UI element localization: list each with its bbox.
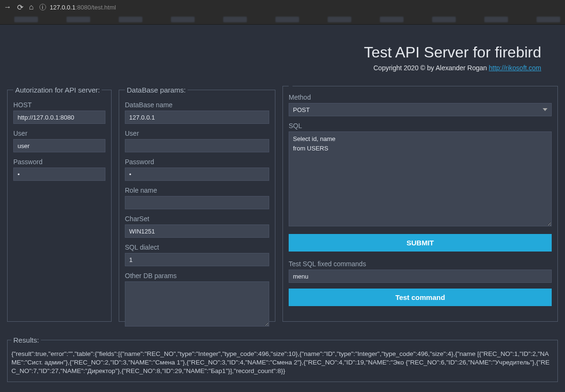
db-password-input[interactable] <box>125 168 269 181</box>
host-label: HOST <box>13 101 105 109</box>
db-charset-label: CharSet <box>125 215 269 223</box>
bookmark-bar <box>0 14 565 25</box>
auth-user-input[interactable] <box>13 139 105 152</box>
auth-legend: Autorization for API server: <box>13 86 102 94</box>
browser-toolbar: → ⟳ ⌂ i 127.0.0.1:8080/test.html <box>0 0 565 14</box>
auth-password-input[interactable] <box>13 168 105 181</box>
fixed-cmd-label: Test SQL fixed commands <box>289 260 552 268</box>
bookmark-item[interactable] <box>66 17 90 22</box>
page-title: Test API Server for firebird <box>5 44 541 61</box>
db-charset-input[interactable] <box>125 224 269 238</box>
home-icon[interactable]: ⌂ <box>29 3 34 11</box>
bookmark-item[interactable] <box>537 17 560 22</box>
auth-panel: Autorization for API server: HOST User P… <box>7 86 112 322</box>
bookmark-item[interactable] <box>14 17 38 22</box>
results-section: Results: {"result":true,"error":"","tabl… <box>5 336 560 382</box>
results-legend: Results: <box>11 336 41 344</box>
bookmark-item[interactable] <box>223 17 247 22</box>
sql-textarea[interactable]: Select id, name from USERS <box>289 131 552 226</box>
page-subtitle: Copyright 2020 © by Alexander Rogan http… <box>5 64 541 72</box>
submit-button[interactable]: SUBMIT <box>289 234 552 252</box>
bookmark-item[interactable] <box>380 17 404 22</box>
results-text: {"result":true,"error":"","table":{"fiel… <box>11 350 554 376</box>
bookmark-item[interactable] <box>328 17 351 22</box>
bookmark-item[interactable] <box>275 17 299 22</box>
db-user-label: User <box>125 130 269 137</box>
bookmark-item[interactable] <box>119 17 142 22</box>
bookmark-item[interactable] <box>484 17 508 22</box>
db-dialect-input[interactable] <box>125 253 269 266</box>
db-dialect-label: SQL dialect <box>125 243 269 251</box>
auth-password-label: Password <box>13 158 105 166</box>
test-command-button[interactable]: Test command <box>289 289 552 306</box>
bookmark-item[interactable] <box>432 17 456 22</box>
reload-icon[interactable]: ⟳ <box>17 3 23 12</box>
author-link[interactable]: http://rikosoft.com <box>489 64 541 72</box>
db-other-textarea[interactable] <box>125 281 269 327</box>
address-bar[interactable]: i 127.0.0.1:8080/test.html <box>39 4 561 11</box>
bookmark-item[interactable] <box>171 17 195 22</box>
command-panel: Method POST SQL Select id, name from USE… <box>282 86 558 322</box>
method-select[interactable]: POST <box>289 103 552 116</box>
db-panel: DataBase params: DataBase name User Pass… <box>119 86 275 322</box>
db-legend: DataBase params: <box>125 86 188 94</box>
db-user-input[interactable] <box>125 139 269 152</box>
sql-label: SQL <box>289 122 552 130</box>
url-text: 127.0.0.1:8080/test.html <box>50 4 116 11</box>
method-label: Method <box>289 93 552 101</box>
db-password-label: Password <box>125 158 269 166</box>
db-role-input[interactable] <box>125 196 269 209</box>
info-icon[interactable]: i <box>39 4 46 10</box>
page-header: Test API Server for firebird Copyright 2… <box>5 34 560 86</box>
db-name-label: DataBase name <box>125 101 269 109</box>
db-role-label: Role name <box>125 187 269 194</box>
auth-user-label: User <box>13 130 105 137</box>
db-other-label: Other DB params <box>125 272 269 280</box>
host-input[interactable] <box>13 111 105 124</box>
forward-icon[interactable]: → <box>4 3 11 11</box>
db-name-input[interactable] <box>125 111 269 124</box>
fixed-cmd-input[interactable] <box>289 270 552 283</box>
